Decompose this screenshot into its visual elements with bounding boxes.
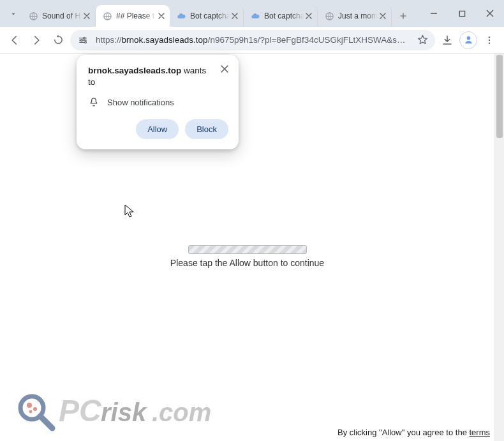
back-button[interactable]	[5, 31, 24, 50]
svg-line-12	[40, 416, 52, 428]
close-window-button[interactable]	[476, 3, 504, 24]
cloud-icon	[176, 11, 186, 21]
scrollbar-track[interactable]	[494, 54, 504, 441]
scrollbar-thumb[interactable]	[496, 55, 503, 138]
close-icon[interactable]	[82, 11, 91, 21]
svg-point-10	[489, 42, 490, 43]
tab-title: ## Please t…	[116, 11, 156, 20]
terms-prefix: By clicking "Allow" you agree to the	[337, 428, 470, 437]
tab-2-active[interactable]: ## Please t…	[96, 5, 170, 27]
svg-point-15	[29, 410, 33, 414]
bell-icon	[88, 96, 100, 108]
tab-title: Bot captcha	[264, 11, 304, 20]
reload-button[interactable]	[48, 31, 68, 50]
download-button[interactable]	[438, 31, 457, 50]
tab-title: Bot captcha	[190, 11, 230, 20]
permission-item-label: Show notifications	[107, 98, 174, 107]
terms-line: By clicking "Allow" you agree to the ter…	[337, 428, 490, 437]
tab-1[interactable]: Sound of H…	[22, 5, 96, 27]
tabs-row: Sound of H… ## Please t… Bot captcha Bot…	[0, 5, 420, 27]
profile-button[interactable]	[459, 31, 477, 49]
tab-4[interactable]: Bot captcha	[244, 5, 318, 27]
maximize-button[interactable]	[448, 3, 476, 24]
svg-text:risk: risk	[101, 398, 147, 426]
close-icon[interactable]	[230, 11, 239, 21]
svg-rect-3	[459, 11, 464, 16]
forward-button[interactable]	[27, 31, 46, 50]
permission-row: Show notifications	[88, 96, 228, 108]
close-icon[interactable]	[378, 11, 387, 21]
minimize-button[interactable]	[420, 3, 448, 24]
allow-button[interactable]: Allow	[136, 119, 179, 139]
address-bar[interactable]: https://brnok.sayadsleads.top/n9675p9h1s…	[70, 30, 435, 50]
progress-bar	[188, 245, 307, 254]
close-icon[interactable]	[156, 11, 166, 21]
tab-title: Just a mom…	[338, 11, 378, 20]
close-icon[interactable]	[219, 63, 230, 75]
permission-title: brnok.sayadsleads.top wants to	[88, 65, 214, 87]
globe-icon	[102, 11, 112, 21]
page-message: Please tap the Allow button to continue	[170, 258, 324, 268]
titlebar: Sound of H… ## Please t… Bot captcha Bot…	[0, 0, 504, 27]
address-text: https://brnok.sayadsleads.top/n9675p9h1s…	[96, 35, 411, 45]
svg-point-6	[85, 41, 87, 43]
globe-icon	[324, 11, 334, 21]
terms-link[interactable]: terms	[470, 428, 491, 437]
svg-text:.com: .com	[152, 398, 211, 426]
pcrisk-watermark: PC risk .com	[15, 391, 244, 432]
page-content: Please tap the Allow button to continue	[0, 245, 494, 268]
bookmark-star-icon[interactable]	[416, 34, 429, 47]
tab-3[interactable]: Bot captcha	[170, 5, 244, 27]
menu-button[interactable]	[480, 31, 499, 50]
globe-icon	[28, 11, 38, 21]
site-settings-icon[interactable]	[75, 33, 91, 48]
page-viewport: Please tap the Allow button to continue …	[0, 54, 504, 441]
permission-site: brnok.sayadsleads.top	[88, 66, 181, 75]
block-button[interactable]: Block	[185, 119, 228, 139]
svg-text:PC: PC	[59, 394, 102, 428]
notification-permission-popup: brnok.sayadsleads.top wants to Show noti…	[77, 55, 239, 149]
window-controls	[420, 0, 504, 27]
svg-point-9	[489, 39, 490, 40]
cloud-icon	[250, 11, 260, 21]
tab-5[interactable]: Just a mom…	[318, 5, 392, 27]
permission-actions: Allow Block	[88, 119, 228, 139]
tab-title: Sound of H…	[42, 11, 82, 20]
svg-point-14	[33, 407, 37, 411]
svg-point-5	[81, 39, 83, 41]
svg-point-7	[466, 36, 470, 40]
svg-point-8	[489, 36, 490, 38]
svg-point-13	[27, 403, 32, 408]
close-icon[interactable]	[304, 11, 313, 21]
svg-point-4	[84, 37, 85, 39]
toolbar: https://brnok.sayadsleads.top/n9675p9h1s…	[0, 27, 504, 54]
new-tab-button[interactable]	[394, 7, 412, 25]
tab-search-dropdown-icon[interactable]	[6, 7, 20, 21]
